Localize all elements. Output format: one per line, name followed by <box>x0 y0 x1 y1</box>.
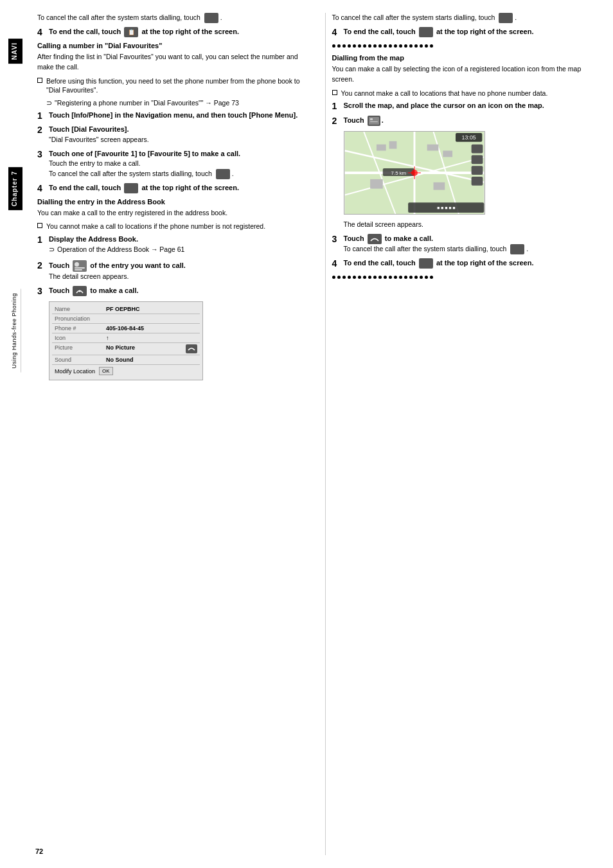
step4-number-top-right: 4 <box>332 27 341 38</box>
svg-rect-22 <box>376 145 386 151</box>
ab-step2-desc: The detail screen appears. <box>49 272 306 282</box>
ab-footer: Modify Location OK <box>52 365 200 377</box>
ab-step2-text: Touch of the entry you want to call. <box>49 260 306 272</box>
svg-rect-35 <box>471 177 483 186</box>
dial-favourites-heading: Calling a number in "Dial Favourites" <box>37 42 306 49</box>
ab-step1-arrow: ⊃ Operation of the Address Book → Page 6… <box>49 245 306 254</box>
step2-text: Touch [Dial Favourites]. <box>49 125 306 134</box>
dot-13 <box>394 44 397 48</box>
svg-rect-2 <box>124 183 138 193</box>
ab-ok-button[interactable]: OK <box>99 367 113 375</box>
ab-label-name: Name <box>55 306 106 312</box>
step4-top-right: 4 To end the call, touch at the top righ… <box>332 27 601 38</box>
ab-arrow-sym: ⊃ <box>49 245 55 254</box>
address-book-heading: Dialling the entry in the Address Book <box>37 198 306 206</box>
step2-number: 2 <box>37 125 46 145</box>
cancel-note-top-right: To cancel the call after the system star… <box>332 13 601 23</box>
dot-6 <box>358 44 361 48</box>
svg-rect-27 <box>433 182 445 190</box>
dot-12 <box>389 44 392 48</box>
ab-label-icon: Icon <box>55 335 106 341</box>
bullet-item-1: Before using this function, you need to … <box>37 76 306 95</box>
step4-number-top-left: 4 <box>37 27 46 38</box>
step2-desc: "Dial Favourites" screen appears. <box>49 135 306 145</box>
address-book-intro: You can make a call to the entry registe… <box>37 208 306 218</box>
ab-step3-text: Touch to make a call. <box>49 286 306 296</box>
svg-rect-4 <box>75 262 79 267</box>
step3-desc1: Touch the entry to make a call. <box>49 159 306 169</box>
svg-rect-5 <box>75 267 85 269</box>
svg-point-8 <box>79 290 81 292</box>
chapter-tab: Chapter 7 <box>8 167 22 210</box>
ab-step3-number: 3 <box>37 286 46 385</box>
dot-divider-1 <box>332 44 601 48</box>
hands-free-phoning-tab: Using Hands-free Phoning <box>10 289 21 373</box>
map-bullet-square-1 <box>332 90 337 95</box>
dot-19 <box>425 44 428 48</box>
step1-number: 1 <box>37 111 46 121</box>
ab-step1: 1 Display the Address Book. ⊃ Operation … <box>37 235 306 256</box>
ab-row-icon: Icon ↑ <box>52 333 200 343</box>
map-step2-detail: The detail screen appears. <box>344 220 601 230</box>
step3-desc2: To cancel the call after the system star… <box>49 169 306 179</box>
map-step3-cancel: To cancel the call after the system star… <box>344 244 601 254</box>
dot-16 <box>409 44 413 48</box>
svg-rect-42 <box>419 258 433 269</box>
bullet-square-1 <box>37 78 42 83</box>
step3-text: Touch one of [Favourite 1] to [Favourite… <box>49 149 306 159</box>
map-step2-number: 2 <box>332 116 341 230</box>
map-screenshot: 7.5 km 13:05 ■ ■ ■ ■ ■ <box>344 131 485 215</box>
dial-from-map-intro: You can make a call by selecting the ico… <box>332 64 601 85</box>
svg-rect-13 <box>370 118 373 120</box>
dot-10 <box>378 44 382 48</box>
left-sidebar: NAVI Chapter 7 Using Hands-free Phoning <box>0 0 31 868</box>
map-step1: 1 Scroll the map, and place the cursor o… <box>332 101 601 112</box>
ab-step1-number: 1 <box>37 235 46 256</box>
right-column: To cancel the call after the system star… <box>325 13 601 855</box>
map-step1-text: Scroll the map, and place the cursor on … <box>344 101 601 111</box>
dot-2 <box>337 44 341 48</box>
step1-dial-fav: 1 Touch [Info/Phone] in the Navigation m… <box>37 111 306 121</box>
ab-call-icon <box>186 344 197 353</box>
dot-15 <box>404 44 407 48</box>
svg-rect-9 <box>186 344 197 353</box>
map-step4-text: To end the call, touch at the top right … <box>344 258 601 269</box>
svg-text:📋: 📋 <box>128 28 136 36</box>
dot-17 <box>414 44 418 48</box>
ab-row-sound: Sound No Sound <box>52 355 200 365</box>
ab-label-sound: Sound <box>55 357 106 363</box>
ab-row-name: Name PF OEPBHC <box>52 305 200 314</box>
dot-1 <box>332 44 335 48</box>
svg-rect-6 <box>75 269 82 270</box>
main-content: To cancel the call after the system star… <box>31 0 613 868</box>
dial-favourites-intro: After finding the list in "Dial Favourit… <box>37 52 306 73</box>
svg-rect-33 <box>471 155 483 164</box>
dot-20 <box>430 44 433 48</box>
map-step2: 2 Touch . <box>332 116 601 230</box>
arrow-sym-1: ⊃ <box>46 98 52 108</box>
step4-dial-fav: 4 To end the call, touch at the top righ… <box>37 183 306 194</box>
ab-value-phone: 405-106-84-45 <box>106 325 197 332</box>
page-container: NAVI Chapter 7 Using Hands-free Phoning … <box>0 0 613 868</box>
dot-14 <box>399 44 402 48</box>
ab-label-pronunciation: Pronunciation <box>55 315 106 322</box>
map-step4-number: 4 <box>332 258 341 269</box>
svg-text:■ ■ ■ ■ ■: ■ ■ ■ ■ ■ <box>437 206 455 210</box>
ab-value-sound: No Sound <box>106 357 197 363</box>
ab-step2-number: 2 <box>37 260 46 282</box>
navi-tab: NAVI <box>8 39 22 64</box>
map-bullet-item-1: You cannot make a call to locations that… <box>332 89 601 98</box>
dot-18 <box>420 44 423 48</box>
ab-bullet-item-1: You cannot make a call to locations if t… <box>37 222 306 231</box>
dial-from-map-heading: Dialling from the map <box>332 54 601 62</box>
svg-rect-26 <box>370 179 383 189</box>
svg-rect-23 <box>389 141 396 149</box>
svg-rect-12 <box>369 117 379 125</box>
dot-7 <box>363 44 366 48</box>
dot-5 <box>353 44 356 48</box>
ab-label-phone: Phone # <box>55 325 106 332</box>
ab-value-pronunciation <box>106 315 197 322</box>
dot-11 <box>384 44 387 48</box>
arrow-item-1: ⊃ "Registering a phone number in "Dial F… <box>37 98 306 108</box>
ab-value-picture: No Picture <box>106 344 186 353</box>
